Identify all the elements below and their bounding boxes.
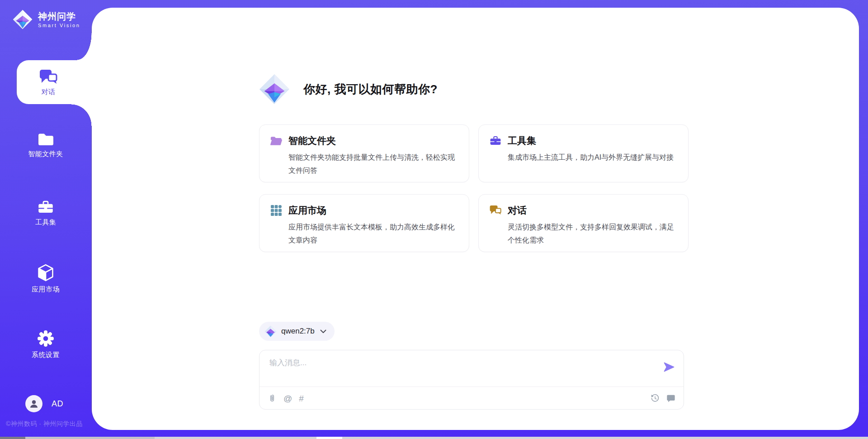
card-smart-folder[interactable]: 智能文件夹 智能文件夹功能支持批量文件上传与清洗，轻松实现文件问答 [259, 124, 469, 182]
feature-cards: 智能文件夹 智能文件夹功能支持批量文件上传与清洗，轻松实现文件问答 工具集 [259, 124, 689, 252]
card-app-market[interactable]: 应用市场 应用市场提供丰富长文本模板，助力高效生成多样化文章内容 [259, 194, 469, 252]
sidebar-item-label: 智能文件夹 [28, 150, 63, 157]
gear-icon [37, 330, 54, 347]
card-title: 对话 [508, 204, 527, 217]
brand-name-zh: 神州问学 [38, 11, 80, 21]
card-header: 工具集 [490, 134, 677, 147]
folder-open-icon [270, 135, 282, 147]
screen-edge-segment [316, 437, 342, 439]
card-description: 灵活切换多模型文件，支持多样回复效果调试，满足个性化需求 [508, 220, 677, 247]
sidebar-item-smart-folder[interactable]: 智能文件夹 [8, 132, 83, 157]
greeting-title: 你好, 我可以如何帮助你? [303, 81, 438, 97]
mention-icon[interactable]: @ [283, 394, 292, 403]
grid-icon [270, 205, 282, 216]
main-content: 你好, 我可以如何帮助你? 智能文件夹 智能文件夹功能支持批量文件上传与清洗，轻… [259, 8, 689, 410]
user-account[interactable]: AD [25, 395, 63, 412]
topic-hash-icon[interactable]: # [299, 394, 304, 403]
sidebar-item-label: 应用市场 [32, 286, 60, 292]
send-icon[interactable] [663, 361, 675, 373]
sidebar-item-label: 系统设置 [32, 351, 60, 358]
sidebar-item-label: 工具集 [35, 219, 57, 225]
greeting-diamond-icon [259, 74, 290, 105]
sidebar-item-toolkit[interactable]: 工具集 [8, 200, 83, 225]
sidebar-item-chat[interactable]: 对话 [17, 60, 92, 104]
folder-icon [38, 132, 54, 146]
user-initials: AD [52, 399, 63, 409]
user-icon [29, 399, 39, 409]
brand-text: 神州问学 Smart Vision [38, 11, 80, 28]
card-title: 工具集 [508, 134, 536, 147]
chevron-down-icon [320, 329, 326, 334]
card-toolkit[interactable]: 工具集 集成市场上主流工具，助力AI与外界无缝扩展与对接 [478, 124, 689, 182]
history-icon[interactable] [651, 394, 660, 403]
composer-input-area [259, 350, 684, 387]
brand-logo: 神州问学 Smart Vision [13, 10, 80, 29]
card-description: 智能文件夹功能支持批量文件上传与清洗，轻松实现文件问答 [288, 151, 458, 177]
brand-diamond-icon [13, 10, 33, 29]
app-window: 神州问学 Smart Vision 对话 智能文件夹 [0, 0, 868, 439]
card-title: 应用市场 [288, 204, 326, 217]
card-header: 应用市场 [270, 204, 458, 217]
chat-icon [490, 205, 501, 216]
sidebar-item-app-market[interactable]: 应用市场 [8, 264, 83, 292]
cube-icon [38, 264, 54, 282]
card-header: 对话 [490, 204, 677, 217]
sidebar: 神州问学 Smart Vision 对话 智能文件夹 [0, 0, 92, 439]
sidebar-item-label: 对话 [42, 88, 56, 95]
active-tab-fillet-top [77, 33, 92, 60]
sidebar-item-settings[interactable]: 系统设置 [8, 330, 83, 358]
sidebar-footer: ©神州数码 · 神州问学出品 [6, 420, 83, 428]
screen-edge-strip [0, 437, 868, 439]
briefcase-icon [490, 135, 501, 147]
screen-edge-segment [25, 437, 155, 439]
composer-toolbar: @ # [259, 387, 684, 410]
brand-name-en: Smart Vision [38, 23, 80, 28]
model-name: qwen2:7b [281, 327, 315, 336]
attach-icon[interactable] [268, 393, 277, 403]
card-description: 集成市场上主流工具，助力AI与外界无缝扩展与对接 [508, 151, 677, 164]
card-title: 智能文件夹 [288, 134, 336, 147]
feedback-chat-icon[interactable] [666, 394, 675, 403]
screen-edge-segment [0, 437, 25, 439]
model-selector[interactable]: qwen2:7b [259, 322, 335, 341]
avatar[interactable] [25, 395, 42, 412]
active-tab-fillet-bottom [71, 104, 92, 126]
chat-icon [39, 69, 57, 85]
model-diamond-icon [264, 325, 277, 338]
card-chat[interactable]: 对话 灵活切换多模型文件，支持多样回复效果调试，满足个性化需求 [478, 194, 689, 252]
card-description: 应用市场提供丰富长文本模板，助力高效生成多样化文章内容 [288, 220, 458, 247]
message-composer: @ # [259, 350, 684, 410]
main-panel: 你好, 我可以如何帮助你? 智能文件夹 智能文件夹功能支持批量文件上传与清洗，轻… [92, 8, 859, 430]
greeting: 你好, 我可以如何帮助你? [259, 74, 689, 105]
message-input[interactable] [269, 357, 655, 384]
card-header: 智能文件夹 [270, 134, 458, 147]
briefcase-icon [38, 200, 54, 215]
